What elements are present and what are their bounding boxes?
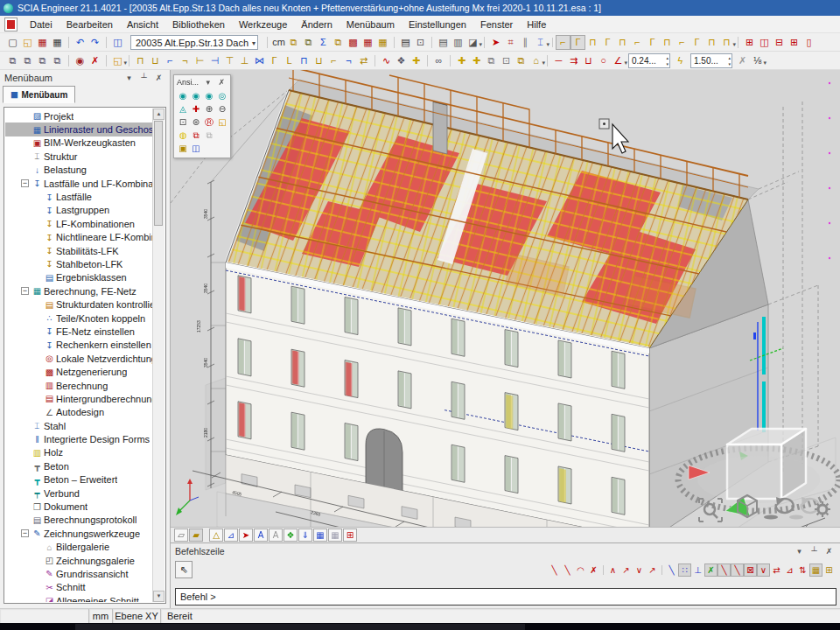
angle-tool[interactable]: ∠ [611, 53, 626, 68]
tree-nichtlineare-lfk[interactable]: ↧ Nichtlineare LF-Kombinationen [5, 231, 152, 244]
entity-select[interactable]: ❖ [394, 53, 409, 68]
zoom-out[interactable]: ⊖ [216, 103, 228, 116]
surface-display[interactable]: ⊿ [224, 528, 238, 542]
cmd-pin-icon[interactable]: ┬ [808, 547, 821, 556]
cmd-collapse-icon[interactable]: ▾ [793, 547, 806, 556]
tree-beton-erweitert[interactable]: ┳ Beton – Erweitert [5, 473, 152, 486]
visibility-eye[interactable]: ◉ [73, 53, 88, 68]
member-edit-1[interactable]: ⊓ [133, 53, 148, 68]
wireframe-mode[interactable]: ▱ [174, 528, 188, 542]
label-flags[interactable]: ➤ [239, 528, 253, 542]
scroll-up-icon[interactable]: ▲ [153, 108, 164, 120]
open-folder[interactable]: ◱ [110, 53, 125, 68]
snap-line-mid[interactable]: ╲ [561, 564, 574, 577]
snap-node[interactable]: ∨ [757, 564, 770, 577]
expand-box[interactable]: − [21, 529, 29, 537]
document-3[interactable]: ◪ [466, 35, 480, 50]
mesh-display[interactable]: ❖ [284, 528, 298, 542]
tab-menuebaum[interactable]: ▦ Menübaum [3, 86, 75, 103]
line-tool[interactable]: ─ [551, 53, 566, 68]
clipboard-4[interactable]: ⊡ [499, 53, 514, 68]
member-edit-3[interactable]: ⌐ [163, 53, 178, 68]
parallel-lines[interactable]: ⇉ [566, 53, 581, 68]
tree-schnitt[interactable]: ✂ Schnitt [5, 581, 152, 594]
tree-bim-werkzeugkasten[interactable]: ▣ BIM-Werkzeugkasten [5, 136, 152, 150]
tree-allgemeiner-schnitt[interactable]: ◪ Allgemeiner Schnitt [5, 594, 152, 602]
expand-toggle[interactable]: − [19, 287, 31, 295]
select-pointer-button[interactable]: ⇖ [175, 561, 192, 578]
connection-2[interactable]: ◫ [757, 35, 772, 50]
member-labels[interactable]: A [269, 528, 283, 542]
snap-off[interactable]: ✗ [587, 564, 600, 577]
tree-lastfaelle-lfk[interactable]: − ↧ Lastfälle und LF-Kombinationen [5, 177, 152, 190]
member-tool-7[interactable]: Γ [645, 35, 660, 50]
working-plane-field[interactable]: Ebene XY [113, 609, 161, 623]
member-tool-2[interactable]: Γ [570, 35, 585, 50]
project-dropdown[interactable]: 20035 Alt.Epp.Str.13 Dach [130, 35, 258, 50]
scale-lightning-icon[interactable]: ϟ [673, 53, 688, 68]
scale-spinner-2[interactable]: 1.50... [690, 53, 732, 68]
menu-bibliotheken[interactable]: Bibliotheken [165, 18, 232, 32]
menu-werkzeuge[interactable]: Werkzeuge [232, 18, 294, 32]
print[interactable]: ▤ [398, 35, 413, 50]
new-project[interactable]: ▢ [5, 35, 20, 50]
member-tool-8[interactable]: ⊓ [660, 35, 675, 50]
tree-stabilitaets-lfk[interactable]: ↧ Stabilitäts-LFK [5, 244, 152, 257]
tree-zeichnungsgalerie[interactable]: ◰ Zeichnungsgalerie [5, 554, 152, 567]
view-z[interactable]: ◉ [203, 90, 215, 102]
tree-lastgruppen[interactable]: ↧ Lastgruppen [5, 204, 152, 217]
snap-swap[interactable]: ⇅ [796, 564, 809, 577]
member-tool-3[interactable]: ⊓ [585, 35, 600, 50]
menu-hilfe[interactable]: Hilfe [520, 18, 553, 32]
tree-berechnungsprotokoll[interactable]: ▤ Berechnungsprotokoll [5, 514, 152, 527]
member-edit-14[interactable]: ⌐ [326, 53, 341, 68]
view-y[interactable]: ◉ [190, 90, 202, 102]
snap-angle[interactable]: ∧ [606, 564, 620, 577]
member-edit-2[interactable]: ⊔ [148, 53, 163, 68]
tree-zeichnungswerkzeuge[interactable]: − ✎ Zeichnungswerkzeuge [5, 527, 152, 540]
zoom-all[interactable]: ⊛ [190, 116, 202, 129]
load-display[interactable]: ⇓ [298, 528, 312, 542]
expand-box[interactable]: − [21, 179, 29, 187]
befehlszeile-header[interactable]: Befehlszeile ▾ ┬ ✗ [171, 543, 840, 559]
clipboard-1[interactable]: ✚ [454, 53, 469, 68]
zoom-in[interactable]: ⊕ [203, 103, 215, 116]
volume-display[interactable]: △ [209, 528, 223, 542]
blank[interactable] [216, 130, 228, 142]
collapse-icon[interactable]: ▾ [122, 74, 136, 82]
expand-toggle[interactable]: − [19, 179, 31, 187]
member-edit-16[interactable]: ⇄ [356, 53, 371, 68]
ruler[interactable]: ∥ [518, 35, 533, 50]
menu-ansicht[interactable]: Ansicht [120, 18, 165, 32]
print-preview[interactable]: ⊡ [413, 35, 428, 50]
member-edit-6[interactable]: ⊣ [207, 53, 222, 68]
viewport-4[interactable]: ⧉ [50, 53, 65, 68]
tree-lf-kombinationen[interactable]: ↧ LF-Kombinationen [5, 217, 152, 230]
render-settings[interactable]: ▦ [313, 528, 327, 542]
redo[interactable]: ↷ [88, 35, 102, 50]
scale-ratio-icon[interactable]: ⅛ [750, 53, 765, 68]
snap-midpoint[interactable]: ╲ [731, 564, 744, 577]
tree-holz[interactable]: ▥ Holz [5, 446, 152, 459]
member-edit-5[interactable]: ⊢ [192, 53, 207, 68]
viewport-1[interactable]: ⧉ [5, 53, 20, 68]
snap-table[interactable]: ▦ [809, 564, 822, 577]
menu-bearbeiten[interactable]: Bearbeiten [60, 18, 120, 32]
expand-box[interactable]: − [21, 287, 29, 295]
view-axonometric[interactable]: ◎ [216, 90, 228, 102]
undo[interactable]: ↶ [73, 35, 88, 50]
snap-line[interactable]: ╲ [548, 564, 561, 577]
member-edit-9[interactable]: ⋈ [252, 53, 267, 68]
tree-stahlbeton-lfk[interactable]: ↧ Stahlbeton-LFK [5, 257, 152, 270]
tree-struktur[interactable]: ⌶ Struktur [5, 150, 152, 163]
tree-scrollbar[interactable]: ▲ ▼ [152, 108, 164, 602]
3d-viewport[interactable]: 3540 3540 3540 2180 17253 4505 2360 2436… [171, 70, 840, 527]
connection-5[interactable]: ▯ [802, 35, 816, 50]
clipboard-view[interactable]: ▣ [177, 143, 189, 155]
grab-tool[interactable]: ✚ [409, 53, 424, 68]
menu-einstellungen[interactable]: Einstellungen [402, 18, 473, 32]
view-settings-gear-icon[interactable] [815, 501, 830, 517]
member-edit-10[interactable]: Γ [267, 53, 282, 68]
menu-datei[interactable]: Datei [23, 18, 60, 32]
rendered-mode[interactable]: ▰ [189, 528, 203, 542]
